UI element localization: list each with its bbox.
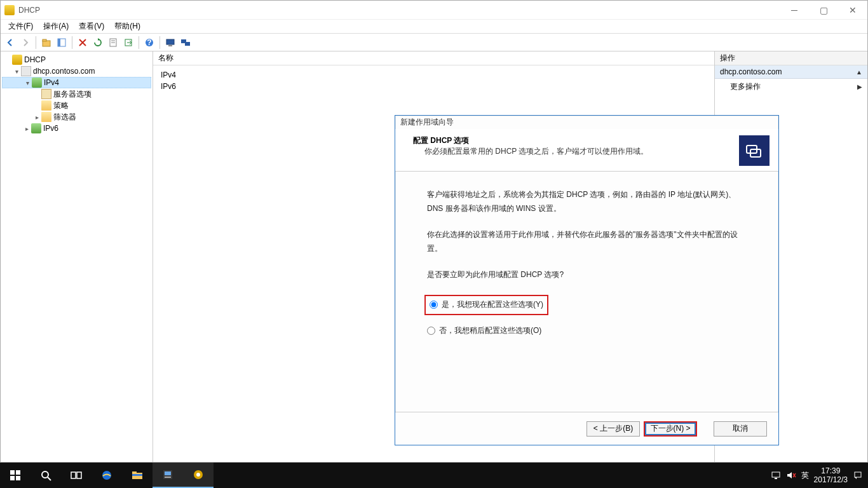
console-button-1[interactable] [163, 36, 177, 50]
tree-root-dhcp[interactable]: DHCP [2, 54, 151, 65]
list-item-ipv4[interactable]: IPv4 [158, 69, 709, 81]
scope-tree: DHCP ▾dhcp.contoso.com ▾IPv4 服务器选项 策略 ▸筛… [1, 51, 153, 462]
taskbar: 英 17:39 2017/12/3 [0, 463, 868, 488]
svg-rect-27 [132, 474, 142, 476]
tree-filters[interactable]: ▸筛选器 [2, 111, 151, 123]
back-button[interactable] [3, 36, 17, 50]
wizard-next-button[interactable]: 下一步(N) > [644, 421, 697, 437]
tray-notifications-icon[interactable] [853, 470, 863, 480]
wizard-para2: 你在此选择的设置将适用于此作用域，并替代你在此服务器的"服务器选项"文件夹中配置… [427, 228, 747, 255]
radio-no[interactable] [427, 327, 435, 335]
tree-ipv6[interactable]: ▸IPv6 [2, 123, 151, 134]
radio-yes-label[interactable]: 是，我想现在配置这些选项(Y) [442, 298, 543, 312]
delete-button[interactable] [76, 36, 90, 50]
properties-button[interactable] [106, 36, 120, 50]
svg-rect-11 [168, 45, 172, 46]
tray-volume-icon[interactable] [786, 470, 796, 480]
forward-button[interactable] [18, 36, 32, 50]
radio-yes-highlight: 是，我想现在配置这些选项(Y) [424, 295, 548, 315]
list-item-ipv6[interactable]: IPv6 [158, 81, 709, 92]
actions-header: 操作 [715, 51, 867, 65]
svg-rect-34 [775, 478, 777, 479]
taskview-button[interactable] [61, 463, 92, 488]
menu-action[interactable]: 操作(A) [39, 20, 72, 33]
menu-help[interactable]: 帮助(H) [111, 20, 144, 33]
svg-rect-30 [165, 477, 171, 478]
results-pane: 名称 IPv4 IPv6 新建作用域向导 配置 DHCP 选项 你必须配置最常用… [153, 51, 715, 462]
wizard-subheading: 你必须配置最常用的 DHCP 选项之后，客户端才可以使用作用域。 [404, 146, 648, 157]
svg-rect-17 [16, 470, 20, 475]
window-title: DHCP [18, 6, 780, 15]
export-button[interactable] [121, 36, 135, 50]
new-scope-wizard-dialog: 新建作用域向导 配置 DHCP 选项 你必须配置最常用的 DHCP 选项之后，客… [395, 115, 779, 445]
wizard-caption: 新建作用域向导 [395, 116, 778, 129]
svg-text:?: ? [147, 38, 151, 47]
svg-rect-13 [185, 42, 190, 46]
help-button[interactable]: ? [142, 36, 156, 50]
wizard-logo-icon [739, 135, 770, 166]
system-tray: 英 17:39 2017/12/3 [766, 466, 868, 485]
svg-point-20 [42, 471, 48, 478]
toolbar: ? [1, 34, 867, 51]
console-button-2[interactable] [179, 36, 193, 50]
tray-network-icon[interactable] [771, 470, 781, 480]
up-button[interactable] [39, 36, 53, 50]
taskbar-server-manager[interactable] [153, 463, 183, 488]
dhcp-app-icon [4, 5, 15, 15]
start-button[interactable] [0, 463, 31, 488]
results-header-name[interactable]: 名称 [153, 51, 714, 65]
tray-ime[interactable]: 英 [801, 470, 809, 480]
wizard-back-button[interactable]: < 上一步(B) [587, 421, 640, 437]
svg-rect-26 [132, 471, 137, 473]
svg-rect-3 [58, 39, 60, 46]
actions-group-server[interactable]: dhcp.contoso.com ▲ [715, 65, 867, 79]
menubar: 文件(F) 操作(A) 查看(V) 帮助(H) [1, 20, 867, 34]
tree-server-options[interactable]: 服务器选项 [2, 88, 151, 100]
menu-view[interactable]: 查看(V) [75, 20, 108, 33]
collapse-icon: ▲ [856, 69, 862, 76]
svg-rect-16 [10, 470, 15, 475]
minimize-button[interactable]: ─ [780, 1, 809, 19]
titlebar: DHCP ─ ▢ ✕ [1, 1, 867, 20]
refresh-button[interactable] [91, 36, 105, 50]
svg-rect-10 [166, 39, 174, 44]
radio-no-label[interactable]: 否，我想稍后配置这些选项(O) [439, 324, 541, 338]
svg-rect-29 [165, 471, 171, 475]
close-button[interactable]: ✕ [838, 1, 867, 19]
svg-rect-33 [772, 472, 780, 477]
radio-yes[interactable] [430, 301, 438, 309]
chevron-right-icon: ▶ [857, 83, 862, 90]
taskbar-explorer[interactable] [122, 463, 153, 488]
svg-rect-18 [10, 476, 15, 480]
dhcp-mmc-window: DHCP ─ ▢ ✕ 文件(F) 操作(A) 查看(V) 帮助(H) [0, 0, 868, 463]
taskbar-ie[interactable] [92, 463, 122, 488]
svg-rect-22 [71, 472, 76, 478]
wizard-heading: 配置 DHCP 选项 [404, 135, 648, 146]
show-hide-tree-button[interactable] [55, 36, 69, 50]
wizard-question: 是否要立即为此作用域配置 DHCP 选项? [427, 268, 747, 282]
tree-ipv4[interactable]: ▾IPv4 [2, 77, 151, 88]
svg-rect-19 [16, 476, 20, 480]
svg-rect-23 [77, 472, 81, 478]
maximize-button[interactable]: ▢ [809, 1, 838, 19]
svg-rect-37 [855, 472, 861, 477]
wizard-para1: 客户端获得地址之后，系统将会为其指定 DHCP 选项，例如，路由器的 IP 地址… [427, 188, 747, 215]
actions-more[interactable]: 更多操作 ▶ [715, 79, 867, 95]
svg-line-21 [48, 477, 51, 480]
svg-point-32 [196, 473, 200, 477]
menu-file[interactable]: 文件(F) [4, 20, 37, 33]
svg-rect-1 [43, 39, 46, 41]
tree-policy[interactable]: 策略 [2, 100, 151, 111]
search-button[interactable] [31, 463, 61, 488]
tree-server[interactable]: ▾dhcp.contoso.com [2, 65, 151, 77]
wizard-cancel-button[interactable]: 取消 [714, 421, 767, 437]
taskbar-dhcp[interactable] [183, 463, 214, 488]
tray-clock[interactable]: 17:39 2017/12/3 [814, 466, 848, 485]
